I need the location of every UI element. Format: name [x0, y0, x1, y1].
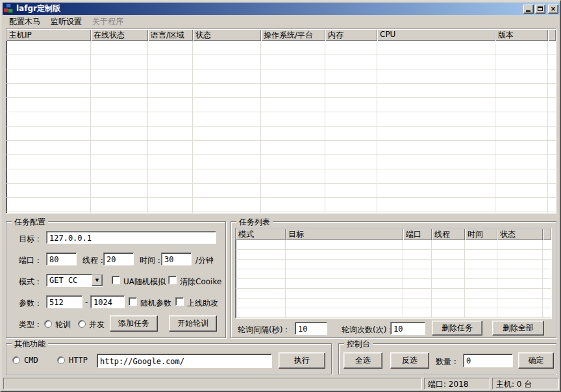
hosts-col-online-status[interactable]: 在线状态 — [91, 29, 148, 41]
select-all-button[interactable]: 全选 — [343, 352, 382, 369]
start-poll-button[interactable]: 开始轮训 — [169, 315, 217, 332]
menubar: 配置木马 监听设置 关于程序 — [3, 15, 560, 28]
tasks-gridcol — [286, 240, 403, 318]
tasks-listview-header: 模式 目标 端口 线程 时间 状态 — [236, 228, 551, 240]
param-min-input[interactable] — [46, 295, 82, 308]
threads-label: 线程： — [82, 255, 106, 266]
quantity-label: 数量： — [436, 356, 459, 367]
statusbar-panel-port: 端口: 2018 — [424, 378, 490, 389]
titlebar[interactable]: lafgr定制版 × — [3, 3, 560, 15]
poll-interval-label: 轮询间隔(秒)： — [238, 325, 290, 336]
random-params-checkbox-label[interactable]: 随机参数 — [140, 298, 171, 309]
console-group-title: 控制台 — [344, 339, 373, 350]
cmd-radio[interactable] — [12, 356, 20, 364]
task-config-group-title: 任务配置 — [12, 217, 48, 228]
tasks-gridcol — [236, 240, 286, 318]
hosts-col-version[interactable]: 版本 — [495, 29, 548, 41]
hosts-col-filler — [548, 29, 556, 41]
maximize-button[interactable] — [535, 5, 545, 14]
app-icon — [4, 4, 14, 14]
close-icon: × — [551, 6, 556, 12]
menu-item-listen-settings[interactable]: 监听设置 — [45, 15, 87, 29]
online-assist-checkbox[interactable] — [175, 297, 184, 306]
statusbar: 端口: 2018 主机: 0 台 — [3, 376, 560, 391]
confirm-button[interactable]: 确定 — [518, 352, 554, 369]
hosts-col-language-region[interactable]: 语言/区域 — [148, 29, 193, 41]
type-poll-radio-label[interactable]: 轮训 — [55, 319, 71, 330]
quantity-input[interactable] — [463, 354, 513, 367]
other-functions-group-title: 其他功能 — [12, 339, 48, 350]
hosts-gridcol — [325, 41, 377, 213]
poll-interval-input[interactable] — [295, 322, 327, 335]
delete-task-button[interactable]: 删除任务 — [432, 321, 482, 336]
poll-count-input[interactable] — [390, 322, 425, 335]
hosts-gridcol — [261, 41, 325, 213]
hosts-col-os-platform[interactable]: 操作系统/平台 — [261, 29, 325, 41]
mode-dropdown-value: GET CC — [47, 276, 92, 285]
tasks-col-target[interactable]: 目标 — [286, 228, 403, 240]
tasks-gridcol — [432, 240, 465, 318]
param-max-input[interactable] — [90, 295, 125, 308]
tasks-gridcol — [465, 240, 497, 318]
tasks-listview[interactable]: 模式 目标 端口 线程 时间 状态 — [235, 228, 552, 319]
tasks-gridcol — [403, 240, 432, 318]
params-label: 参数： — [19, 298, 42, 309]
menu-item-about: 关于程序 — [87, 15, 129, 29]
tasks-gridcol — [497, 240, 543, 318]
threads-input[interactable] — [103, 252, 134, 265]
port-input[interactable] — [46, 252, 77, 265]
time-label: 时间： — [140, 255, 163, 266]
task-list-group-title: 任务列表 — [236, 217, 273, 228]
target-input[interactable] — [46, 231, 216, 244]
clear-cookie-checkbox-label[interactable]: 清除Cooike — [180, 276, 221, 288]
url-input[interactable] — [97, 354, 272, 368]
mode-dropdown-button[interactable]: ▼ — [92, 275, 103, 286]
tasks-col-status[interactable]: 状态 — [497, 228, 543, 240]
tasks-listview-body[interactable] — [236, 240, 551, 318]
hosts-col-memory[interactable]: 内存 — [325, 29, 377, 41]
tasks-col-threads[interactable]: 线程 — [432, 228, 465, 240]
port-label: 端口： — [19, 255, 42, 266]
hosts-col-cpu[interactable]: CPU — [377, 29, 495, 41]
ua-random-checkbox[interactable] — [112, 276, 120, 284]
tasks-col-filler — [543, 228, 551, 240]
ua-random-checkbox-label[interactable]: UA随机模拟 — [123, 276, 166, 288]
mode-dropdown[interactable]: GET CC ▼ — [46, 274, 103, 287]
target-label: 目标： — [19, 234, 42, 245]
caption-buttons: × — [523, 5, 558, 14]
invert-selection-button[interactable]: 反选 — [390, 352, 429, 369]
menu-item-configure-trojan[interactable]: 配置木马 — [4, 15, 45, 29]
http-radio-label[interactable]: HTTP — [69, 356, 88, 365]
tasks-col-time[interactable]: 时间 — [465, 228, 497, 240]
delete-all-button[interactable]: 删除全部 — [492, 321, 544, 336]
type-poll-radio[interactable] — [44, 320, 52, 328]
close-button[interactable]: × — [548, 5, 558, 14]
hosts-listview-body[interactable] — [6, 41, 556, 213]
app-icon-cube-green — [8, 9, 13, 13]
hosts-col-host-ip[interactable]: 主机IP — [6, 29, 91, 41]
tasks-col-mode[interactable]: 模式 — [236, 228, 286, 240]
type-concurrent-radio-label[interactable]: 并发 — [89, 319, 105, 330]
clear-cookie-checkbox[interactable] — [168, 276, 177, 284]
maximize-icon — [538, 6, 543, 11]
window-title: lafgr定制版 — [16, 3, 60, 14]
online-assist-checkbox-label[interactable]: 上线助攻 — [187, 298, 218, 309]
cmd-radio-label[interactable]: CMD — [24, 356, 38, 365]
http-radio[interactable] — [57, 356, 65, 364]
time-input[interactable] — [161, 252, 192, 265]
add-task-button[interactable]: 添加任务 — [110, 315, 158, 332]
execute-button[interactable]: 执行 — [279, 352, 325, 369]
minimize-button[interactable] — [523, 5, 534, 14]
statusbar-panel-main — [3, 378, 422, 389]
hosts-col-status[interactable]: 状态 — [193, 29, 261, 41]
app-icon-cube-red — [4, 8, 8, 12]
type-concurrent-radio[interactable] — [78, 320, 86, 328]
tasks-col-port[interactable]: 端口 — [403, 228, 432, 240]
hosts-gridcol — [6, 41, 91, 213]
param-separator: - — [85, 298, 88, 307]
mode-label: 模式： — [19, 276, 42, 288]
hosts-gridcol — [495, 41, 548, 213]
random-params-checkbox[interactable] — [129, 297, 137, 306]
hosts-gridcol — [193, 41, 261, 213]
hosts-listview[interactable]: 主机IP 在线状态 语言/区域 状态 操作系统/平台 内存 CPU 版本 — [6, 29, 556, 214]
